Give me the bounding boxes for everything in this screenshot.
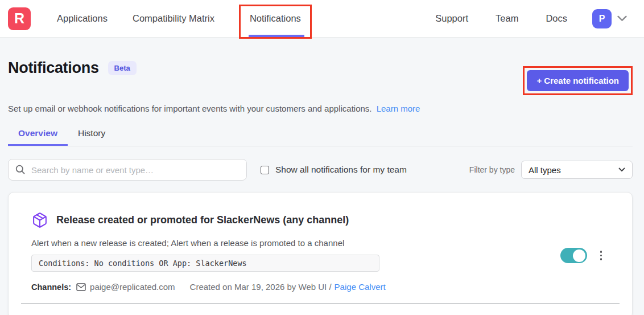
- show-all-notifications-checkbox[interactable]: [261, 166, 269, 174]
- notification-controls: [560, 248, 605, 263]
- filter-by-type-label: Filter by type: [469, 165, 515, 174]
- create-notification-button[interactable]: + Create notification: [527, 70, 629, 91]
- team-filter-checkbox-group: Show all notifications for my team: [261, 165, 407, 175]
- select-chevron-down-icon: [618, 167, 625, 172]
- filter-type-selected-value: All types: [529, 165, 561, 175]
- card-divider: [21, 303, 620, 304]
- tab-history[interactable]: History: [68, 122, 115, 146]
- page-subtitle: Set up email or webhook notifications fo…: [8, 104, 633, 113]
- kebab-menu-icon[interactable]: [598, 249, 605, 262]
- chevron-down-icon[interactable]: [617, 15, 627, 22]
- nav-item-docs[interactable]: Docs: [546, 13, 567, 24]
- search-icon: [15, 165, 25, 174]
- nav-item-compatibility-matrix[interactable]: Compatibility Matrix: [133, 13, 214, 24]
- avatar[interactable]: P: [592, 9, 612, 28]
- notification-card: Release created or promoted for SlackerN…: [8, 192, 633, 315]
- search-box: [8, 159, 247, 181]
- conditions-box: Conditions: No conditions OR App: Slacke…: [31, 255, 379, 272]
- checkbox-label[interactable]: Show all notifications for my team: [275, 165, 407, 175]
- title-group: Notifications Beta: [8, 59, 137, 77]
- created-text: Created on Mar 19, 2026 by Web UI /: [190, 282, 332, 292]
- page-title: Notifications: [8, 59, 99, 77]
- nav-links: Applications Compatibility Matrix Notifi…: [57, 0, 311, 37]
- learn-more-link[interactable]: Learn more: [377, 104, 420, 113]
- search-input[interactable]: [8, 159, 247, 181]
- type-filter-group: Filter by type All types: [469, 161, 633, 179]
- envelope-icon: [76, 283, 86, 291]
- page-content: Notifications Beta + Create notification…: [0, 38, 644, 315]
- page-header: Notifications Beta + Create notification: [8, 59, 633, 95]
- toggle-knob: [573, 249, 585, 262]
- nav-right: Support Team Docs P: [408, 9, 627, 28]
- nav-item-team[interactable]: Team: [496, 13, 518, 24]
- filter-type-select[interactable]: All types: [521, 161, 633, 179]
- subtitle-text: Set up email or webhook notifications fo…: [8, 104, 372, 113]
- package-icon: [31, 212, 48, 228]
- tab-overview[interactable]: Overview: [8, 122, 68, 146]
- channel-email: paige@replicated.com: [90, 282, 175, 292]
- nav-item-applications[interactable]: Applications: [57, 13, 108, 24]
- notification-title: Release created or promoted for SlackerN…: [56, 214, 349, 226]
- channels-label: Channels:: [31, 283, 71, 292]
- beta-badge: Beta: [108, 61, 137, 75]
- logo-letter: R: [14, 10, 24, 27]
- tab-bar: Overview History: [8, 122, 633, 146]
- avatar-initial: P: [599, 14, 605, 24]
- notification-description: Alert when a new release is created; Ale…: [9, 238, 632, 248]
- channels-row: Channels: paige@replicated.com Created o…: [9, 282, 632, 292]
- notification-enabled-toggle[interactable]: [560, 248, 587, 263]
- created-by-link[interactable]: Paige Calvert: [335, 282, 386, 292]
- nav-item-notifications-wrap: Notifications: [240, 0, 311, 37]
- active-nav-underline: [249, 35, 304, 37]
- nav-item-notifications[interactable]: Notifications: [250, 13, 301, 24]
- filter-row: Show all notifications for my team Filte…: [8, 159, 633, 181]
- nav-item-support[interactable]: Support: [435, 13, 468, 24]
- notification-title-row: Release created or promoted for SlackerN…: [9, 212, 632, 228]
- top-nav: R Applications Compatibility Matrix Noti…: [0, 0, 644, 38]
- replicated-logo[interactable]: R: [8, 7, 31, 30]
- annotation-box-create-button: + Create notification: [523, 66, 633, 95]
